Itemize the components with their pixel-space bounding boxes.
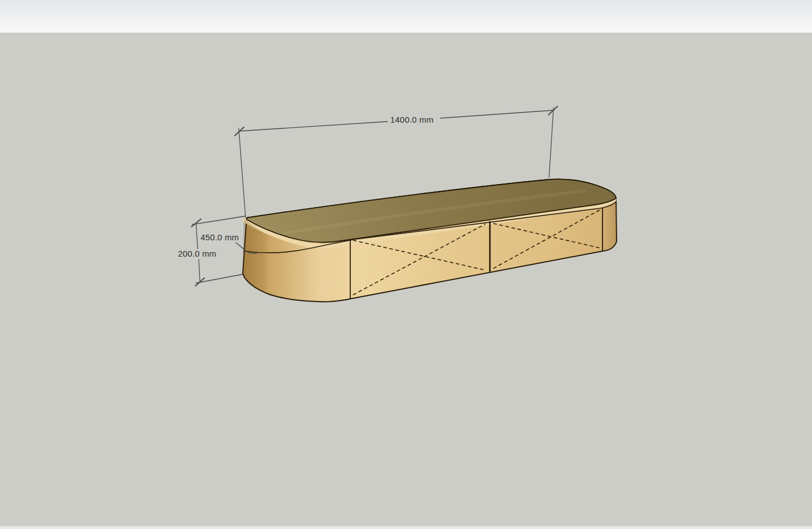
length-extension-left (239, 128, 246, 217)
dimension-label-length[interactable]: 1400.0 mm (390, 115, 434, 124)
shelf-right-corner[interactable] (601, 201, 617, 251)
length-dim-line-left (239, 122, 387, 131)
dimension-label-depth[interactable]: 450.0 mm (200, 233, 239, 242)
height-dim-line-lower (199, 259, 200, 282)
modeling-viewport[interactable]: 1400.0 mm 450.0 mm 200.0 mm (0, 0, 812, 529)
model-canvas[interactable] (0, 0, 812, 529)
length-dim-line-right (440, 110, 553, 118)
dimension-label-height[interactable]: 200.0 mm (178, 249, 216, 258)
window-bottom-edge (0, 526, 812, 529)
shelf-model[interactable] (243, 179, 617, 302)
length-extension-right (549, 107, 554, 177)
height-dim-line-upper (196, 223, 198, 249)
